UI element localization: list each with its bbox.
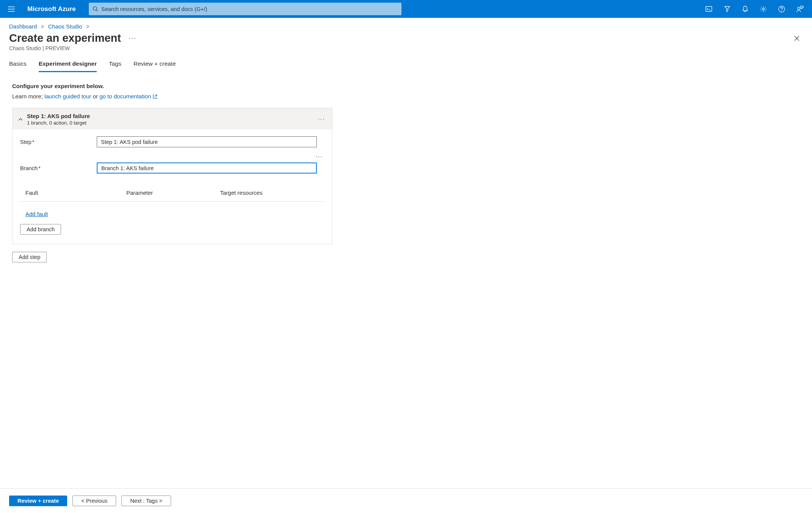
page-title-more-button[interactable]: ··· — [129, 34, 137, 42]
cloud-shell-button[interactable] — [700, 2, 717, 17]
step-body: Step* ··· Branch* Fault Parameter Target… — [13, 129, 332, 244]
step-header-subtitle: 1 branch, 0 action, 0 target — [27, 120, 318, 126]
page-title: Create an experiment — [9, 32, 121, 44]
filter-icon — [724, 6, 730, 13]
help-icon — [778, 6, 785, 13]
search-input[interactable] — [101, 6, 398, 12]
gear-icon — [760, 6, 767, 13]
or-text: or — [91, 93, 99, 99]
person-feedback-icon — [796, 6, 804, 13]
tabs: Basics Experiment designer Tags Review +… — [0, 58, 812, 72]
step-header: Step 1: AKS pod failure 1 branch, 0 acti… — [13, 108, 332, 129]
help-button[interactable] — [773, 2, 790, 17]
page-subtitle: Chaos Studio | PREVIEW — [0, 45, 812, 58]
learn-more-prefix: Learn more; — [12, 93, 44, 99]
add-fault-link[interactable]: Add fault — [25, 211, 48, 217]
step-label: Step* — [20, 139, 97, 145]
add-branch-button[interactable]: Add branch — [20, 224, 61, 235]
fault-column-header: Fault — [25, 189, 126, 196]
step-name-input[interactable] — [97, 136, 317, 147]
directories-button[interactable] — [719, 2, 735, 17]
branch-name-row: Branch* — [20, 163, 324, 174]
external-link-icon — [153, 94, 157, 99]
breadcrumb-sep: > — [84, 23, 92, 30]
tab-review-create[interactable]: Review + create — [134, 58, 176, 72]
header-icons — [700, 2, 808, 17]
add-step-button[interactable]: Add step — [12, 252, 47, 262]
documentation-link[interactable]: go to documentation — [99, 93, 151, 99]
bell-icon — [742, 6, 748, 13]
close-button[interactable] — [791, 32, 803, 44]
cloud-shell-icon — [705, 6, 712, 12]
svg-rect-2 — [706, 6, 712, 11]
brand-label: Microsoft Azure — [19, 5, 83, 13]
step-collapse-toggle[interactable] — [18, 116, 23, 122]
step-more-button[interactable]: ··· — [318, 116, 325, 123]
tab-tags[interactable]: Tags — [109, 58, 121, 72]
settings-button[interactable] — [755, 2, 772, 17]
parameter-column-header: Parameter — [126, 189, 220, 196]
guided-tour-link[interactable]: launch guided tour — [44, 93, 91, 99]
tab-basics[interactable]: Basics — [9, 58, 27, 72]
fault-table-header: Fault Parameter Target resources — [20, 181, 324, 202]
step-name-row: Step* — [20, 136, 324, 147]
menu-button[interactable] — [4, 2, 19, 17]
breadcrumb-chaos-studio[interactable]: Chaos Studio — [48, 23, 82, 30]
azure-header: Microsoft Azure — [0, 0, 812, 18]
target-column-header: Target resources — [220, 189, 324, 196]
branch-more-button[interactable]: ··· — [316, 153, 323, 160]
chevron-up-icon — [18, 117, 23, 122]
svg-point-6 — [798, 7, 800, 9]
section-heading: Configure your experiment below. — [12, 83, 332, 89]
search-box[interactable] — [89, 3, 401, 15]
svg-point-0 — [93, 6, 96, 10]
step-card: Step 1: AKS pod failure 1 branch, 0 acti… — [12, 108, 332, 244]
step-header-title: Step 1: AKS pod failure — [27, 113, 318, 119]
svg-point-5 — [781, 10, 782, 11]
svg-rect-7 — [801, 6, 803, 8]
svg-point-3 — [763, 8, 765, 10]
breadcrumb: Dashboard > Chaos Studio > — [0, 18, 812, 30]
page-title-row: Create an experiment ··· — [0, 30, 812, 45]
branch-label: Branch* — [20, 165, 97, 171]
tab-experiment-designer[interactable]: Experiment designer — [39, 58, 97, 72]
breadcrumb-sep: > — [39, 23, 47, 30]
hamburger-icon — [8, 6, 15, 12]
notifications-button[interactable] — [737, 2, 754, 17]
branch-name-input[interactable] — [97, 163, 317, 174]
breadcrumb-dashboard[interactable]: Dashboard — [9, 23, 37, 30]
search-wrapper — [89, 3, 401, 15]
svg-line-1 — [96, 10, 98, 11]
content: Configure your experiment below. Learn m… — [0, 72, 341, 270]
close-icon — [794, 35, 800, 41]
search-icon — [93, 6, 98, 12]
feedback-button[interactable] — [792, 2, 808, 17]
intro-line: Learn more; launch guided tour or go to … — [12, 93, 332, 99]
